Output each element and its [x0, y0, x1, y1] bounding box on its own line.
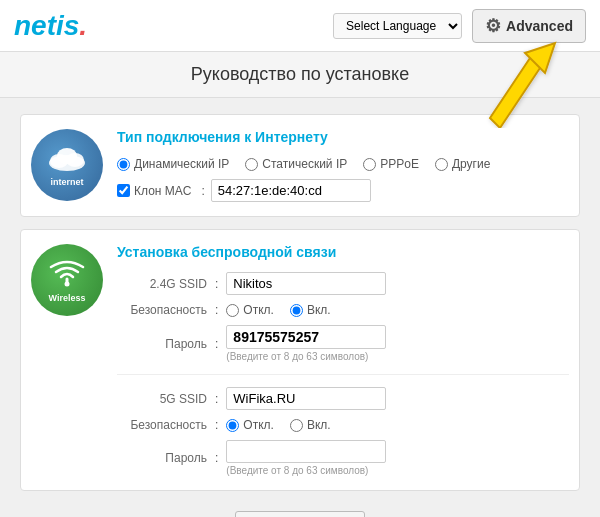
- wireless-section-title: Установка беспроводной связи: [117, 244, 569, 260]
- page-wrapper: netis. Select Language ⚙ Advanced Руково…: [0, 0, 600, 517]
- radio-other[interactable]: Другие: [435, 157, 490, 171]
- radio-dynamic-ip-input[interactable]: [117, 158, 130, 171]
- security-24-radio-pair: Откл. Вкл.: [226, 303, 330, 317]
- security-24-label: Безопасность: [117, 303, 207, 317]
- header-right: Select Language ⚙ Advanced: [333, 9, 586, 43]
- radio-pppoe[interactable]: PPPoE: [363, 157, 419, 171]
- mac-clone-input[interactable]: [211, 179, 371, 202]
- wireless-section: Wireless Установка беспроводной связи 2.…: [20, 229, 580, 491]
- page-title-text: Руководство по установке: [191, 64, 409, 84]
- mac-clone-checkbox[interactable]: [117, 184, 130, 197]
- password-5g-input[interactable]: [226, 440, 386, 463]
- logo-dot: .: [79, 10, 87, 41]
- mac-clone-row: Клон MAC :: [117, 179, 569, 202]
- internet-section-title: Тип подключения к Интернету: [117, 129, 569, 145]
- password-24-label: Пароль: [117, 337, 207, 351]
- security-24-off[interactable]: Откл.: [226, 303, 274, 317]
- advanced-label: Advanced: [506, 18, 573, 34]
- internet-section: internet Тип подключения к Интернету Дин…: [20, 114, 580, 217]
- ssid-24-input[interactable]: [226, 272, 386, 295]
- radio-static-ip[interactable]: Статический IP: [245, 157, 347, 171]
- radio-pppoe-input[interactable]: [363, 158, 376, 171]
- ssid-5g-input[interactable]: [226, 387, 386, 410]
- main-content: internet Тип подключения к Интернету Дин…: [0, 98, 600, 517]
- logo-text: netis: [14, 10, 79, 41]
- password-24-input[interactable]: [226, 325, 386, 349]
- svg-point-4: [65, 282, 70, 287]
- security-5g-row: Безопасность : Откл. Вкл.: [117, 418, 569, 432]
- radio-dynamic-ip[interactable]: Динамический IP: [117, 157, 229, 171]
- radio-static-ip-input[interactable]: [245, 158, 258, 171]
- password-5g-row: Пароль : (Введите от 8 до 63 символов): [117, 440, 569, 476]
- mac-clone-checkbox-label[interactable]: Клон MAC: [117, 184, 191, 198]
- password-24-row: Пароль : (Введите от 8 до 63 символов): [117, 325, 569, 362]
- advanced-button[interactable]: ⚙ Advanced: [472, 9, 586, 43]
- radio-other-label: Другие: [452, 157, 490, 171]
- security-24-on[interactable]: Вкл.: [290, 303, 331, 317]
- security-24-on-label: Вкл.: [307, 303, 331, 317]
- ssid-5g-row: 5G SSID :: [117, 387, 569, 410]
- security-24-off-input[interactable]: [226, 304, 239, 317]
- page-title: Руководство по установке: [0, 52, 600, 98]
- password-24-hint: (Введите от 8 до 63 символов): [226, 351, 386, 362]
- radio-static-ip-label: Статический IP: [262, 157, 347, 171]
- ssid-5g-label: 5G SSID: [117, 392, 207, 406]
- connection-type-row: Динамический IP Статический IP PPPoE Дру…: [117, 157, 569, 171]
- internet-section-content: Тип подключения к Интернету Динамический…: [117, 129, 569, 202]
- wireless-label: Wireless: [49, 293, 86, 303]
- security-24-row: Безопасность : Откл. Вкл.: [117, 303, 569, 317]
- gear-icon: ⚙: [485, 15, 501, 37]
- wifi-svg: [48, 257, 86, 289]
- radio-other-input[interactable]: [435, 158, 448, 171]
- security-5g-off[interactable]: Откл.: [226, 418, 274, 432]
- ssid-24-row: 2.4G SSID :: [117, 272, 569, 295]
- security-5g-on-label: Вкл.: [307, 418, 331, 432]
- security-24-off-label: Откл.: [243, 303, 274, 317]
- security-5g-off-label: Откл.: [243, 418, 274, 432]
- radio-pppoe-label: PPPoE: [380, 157, 419, 171]
- save-row: Сохранить: [20, 511, 580, 517]
- wireless-section-content: Установка беспроводной связи 2.4G SSID :…: [117, 244, 569, 476]
- security-5g-on[interactable]: Вкл.: [290, 418, 331, 432]
- security-5g-radio-pair: Откл. Вкл.: [226, 418, 330, 432]
- security-5g-on-input[interactable]: [290, 419, 303, 432]
- save-button[interactable]: Сохранить: [235, 511, 366, 517]
- radio-dynamic-ip-label: Динамический IP: [134, 157, 229, 171]
- ssid-24-label: 2.4G SSID: [117, 277, 207, 291]
- mac-clone-label-text: Клон MAC: [134, 184, 191, 198]
- internet-label: internet: [50, 177, 83, 187]
- logo: netis.: [14, 10, 87, 42]
- divider: [117, 374, 569, 375]
- header: netis. Select Language ⚙ Advanced: [0, 0, 600, 52]
- security-5g-label: Безопасность: [117, 418, 207, 432]
- language-select[interactable]: Select Language: [333, 13, 462, 39]
- svg-point-3: [57, 148, 77, 164]
- internet-icon-circle: internet: [31, 129, 103, 201]
- wireless-icon-circle: Wireless: [31, 244, 103, 316]
- security-24-on-input[interactable]: [290, 304, 303, 317]
- password-5g-hint: (Введите от 8 до 63 символов): [226, 465, 386, 476]
- cloud-svg: [46, 143, 88, 171]
- password-5g-label: Пароль: [117, 451, 207, 465]
- security-5g-off-input[interactable]: [226, 419, 239, 432]
